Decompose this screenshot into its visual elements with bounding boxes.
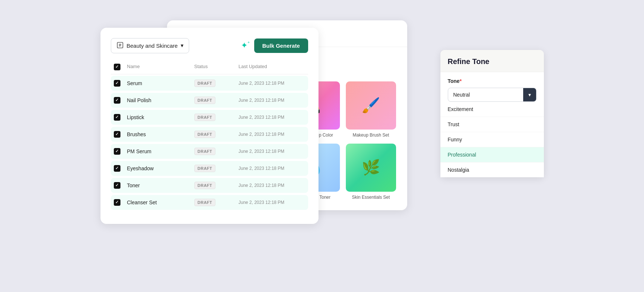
product-image-brush: 🖌️ [346,81,396,130]
table-row[interactable]: Toner DRAFT June 2, 2023 12:18 PM [111,178,308,193]
col-name-header: Name [127,64,194,70]
store-selector[interactable]: Beauty and Skincare ▾ [111,38,189,53]
table-row[interactable]: Eyeshadow DRAFT June 2, 2023 12:18 PM [111,161,308,176]
left-panel: Beauty and Skincare ▾ ✦+ Bulk Generate N… [100,28,318,224]
product-label-brush: Makeup Brush Set [346,132,396,138]
row-status-2: DRAFT [194,114,239,121]
refine-tone-title: Refine Tone [448,57,490,66]
row-lastupdated-1: June 2, 2023 12:18 PM [239,98,305,103]
table-row[interactable]: Cleanser Set DRAFT June 2, 2023 12:18 PM [111,195,308,210]
row-status-1: DRAFT [194,97,239,104]
chevron-down-icon: ▾ [181,42,184,49]
tone-options-list: Excitement Trust Funny Professional Nost… [440,102,544,177]
tone-option-professional[interactable]: Professional [440,147,544,162]
refine-tone-header: Refine Tone [440,50,544,72]
tone-section: Tone* Neutral ▾ [440,72,544,102]
row-status-4: DRAFT [194,148,239,155]
row-checkbox-7[interactable] [114,199,120,206]
product-image-skinset: 🌿 [346,144,396,192]
bulk-generate-button[interactable]: Bulk Generate [254,38,308,53]
row-status-5: DRAFT [194,165,239,172]
table-header: Name Status Last Updated [111,64,308,74]
row-checkbox-0[interactable] [114,80,120,87]
tone-required-star: * [460,78,461,84]
header-right: ✦+ Bulk Generate [241,38,308,53]
left-panel-header: Beauty and Skincare ▾ ✦+ Bulk Generate [111,38,308,53]
tone-select[interactable]: Neutral ▾ [448,88,536,102]
row-status-6: DRAFT [194,182,239,189]
product-label-skinset: Skin Essentials Set [346,195,396,200]
row-lastupdated-2: June 2, 2023 12:18 PM [239,115,305,120]
table-row[interactable]: Nail Polish DRAFT June 2, 2023 12:18 PM [111,93,308,108]
tone-option-trust[interactable]: Trust [440,117,544,132]
row-status-0: DRAFT [194,80,239,87]
tone-option-excitement[interactable]: Excitement [440,102,544,117]
select-all-checkbox[interactable] [114,64,120,70]
row-checkbox-3[interactable] [114,131,120,138]
row-lastupdated-4: June 2, 2023 12:18 PM [239,149,305,154]
row-lastupdated-3: June 2, 2023 12:18 PM [239,132,305,137]
table-row[interactable]: Serum DRAFT June 2, 2023 12:18 PM [111,76,308,91]
row-checkbox-4[interactable] [114,148,120,155]
col-status-header: Status [194,64,239,70]
row-lastupdated-0: June 2, 2023 12:18 PM [239,81,305,86]
row-name-2: Lipstick [127,114,194,120]
row-checkbox-1[interactable] [114,97,120,104]
row-checkbox-6[interactable] [114,182,120,189]
row-name-6: Toner [127,182,194,188]
table-row[interactable]: PM Serum DRAFT June 2, 2023 12:18 PM [111,144,308,159]
row-lastupdated-5: June 2, 2023 12:18 PM [239,166,305,171]
row-lastupdated-6: June 2, 2023 12:18 PM [239,183,305,188]
table-row[interactable]: Brushes DRAFT June 2, 2023 12:18 PM [111,127,308,142]
row-name-0: Serum [127,80,194,86]
row-name-5: Eyeshadow [127,165,194,171]
row-checkbox-2[interactable] [114,114,120,121]
row-checkbox-5[interactable] [114,165,120,172]
product-card-skinset[interactable]: 🌿 Skin Essentials Set [346,144,396,200]
product-card-brush[interactable]: 🖌️ Makeup Brush Set [346,81,396,138]
tone-field-label: Tone* [448,78,536,84]
store-name-label: Beauty and Skincare [127,43,178,49]
row-name-3: Brushes [127,131,194,137]
row-name-1: Nail Polish [127,97,194,103]
row-name-7: Cleanser Set [127,199,194,205]
table-row[interactable]: Lipstick DRAFT June 2, 2023 12:18 PM [111,110,308,125]
col-lastupdated-header: Last Updated [239,64,305,70]
right-panel: Refine Tone Tone* Neutral ▾ Excitement T… [440,50,544,177]
row-status-3: DRAFT [194,131,239,138]
row-lastupdated-7: June 2, 2023 12:18 PM [239,200,305,205]
tone-dropdown-arrow[interactable]: ▾ [523,88,536,101]
store-icon [116,41,124,50]
row-status-7: DRAFT [194,199,239,206]
tone-option-nostalgia[interactable]: Nostalgia [440,162,544,177]
row-name-4: PM Serum [127,148,194,154]
table-body: Serum DRAFT June 2, 2023 12:18 PM Nail P… [111,76,308,210]
sparkle-icon: ✦+ [241,41,250,50]
tone-option-funny[interactable]: Funny [440,132,544,147]
tone-selected-value: Neutral [448,88,523,101]
